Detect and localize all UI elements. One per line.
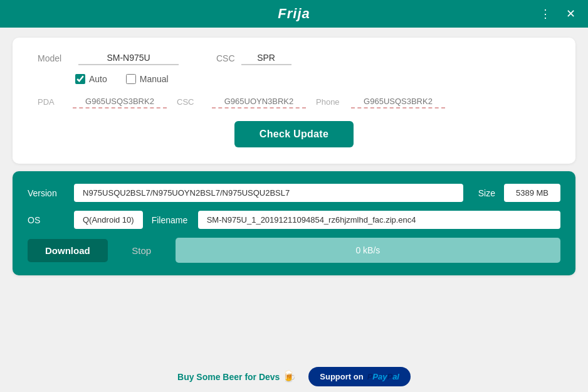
firmware-row: PDA CSC Phone bbox=[38, 95, 550, 109]
titlebar: Frija ⋮ ✕ bbox=[0, 0, 588, 28]
pda-input[interactable] bbox=[73, 95, 167, 109]
size-label: Size bbox=[478, 188, 495, 198]
beer-text: Buy Some Beer for Devs bbox=[177, 372, 280, 382]
model-input[interactable] bbox=[78, 51, 179, 65]
version-value: N975USQU2BSL7/N975UOYN2BSL7/N975USQU2BSL… bbox=[74, 184, 463, 202]
phone-label: Phone bbox=[316, 97, 341, 107]
beer-link[interactable]: Buy Some Beer for Devs 🍺 bbox=[177, 369, 296, 383]
check-update-button[interactable]: Check Update bbox=[234, 121, 354, 147]
paypal-logo: PPayPal bbox=[367, 372, 399, 381]
paypal-button[interactable]: Support on PPayPal bbox=[308, 367, 411, 386]
os-row: OS Q(Android 10) Filename SM-N975U_1_201… bbox=[28, 211, 560, 229]
footer: Buy Some Beer for Devs 🍺 Support on PPay… bbox=[0, 361, 588, 392]
main-content: Model CSC Auto Manual PDA CSC Phone bbox=[0, 28, 588, 361]
manual-label[interactable]: Manual bbox=[140, 74, 169, 84]
csc-group: CSC bbox=[216, 51, 291, 65]
stop-button[interactable]: Stop bbox=[117, 239, 167, 262]
close-button[interactable]: ✕ bbox=[560, 4, 580, 24]
auto-checkbox[interactable] bbox=[75, 74, 85, 84]
model-label: Model bbox=[38, 53, 66, 63]
auto-checkbox-group: Auto bbox=[75, 74, 107, 84]
os-value: Q(Android 10) bbox=[74, 211, 143, 229]
progress-bar: 0 kB/s bbox=[176, 238, 560, 263]
progress-text: 0 kB/s bbox=[355, 245, 380, 255]
manual-checkbox-group: Manual bbox=[126, 74, 169, 84]
beer-icon: 🍺 bbox=[282, 370, 296, 383]
filename-value: SM-N975U_1_20191211094854_rz6hjzmlhd_fac… bbox=[198, 211, 560, 229]
csc-label: CSC bbox=[216, 53, 235, 63]
paypal-support-text: Support on bbox=[320, 372, 363, 381]
filename-label: Filename bbox=[152, 215, 189, 225]
model-row: Model CSC bbox=[38, 51, 550, 65]
menu-button[interactable]: ⋮ bbox=[535, 4, 555, 24]
size-value: 5389 MB bbox=[504, 184, 560, 202]
csc-input[interactable] bbox=[241, 51, 291, 65]
manual-checkbox[interactable] bbox=[126, 74, 136, 84]
top-panel: Model CSC Auto Manual PDA CSC Phone bbox=[13, 38, 575, 164]
pda-label: PDA bbox=[38, 97, 63, 107]
app-title: Frija bbox=[278, 6, 310, 22]
checkbox-row: Auto Manual bbox=[75, 74, 550, 84]
window-controls: ⋮ ✕ bbox=[535, 4, 580, 24]
version-label: Version bbox=[28, 188, 65, 198]
action-row: Download Stop 0 kB/s bbox=[28, 238, 560, 263]
csc2-label: CSC bbox=[177, 97, 202, 107]
bottom-panel: Version N975USQU2BSL7/N975UOYN2BSL7/N975… bbox=[13, 171, 575, 275]
download-button[interactable]: Download bbox=[28, 239, 108, 262]
version-row: Version N975USQU2BSL7/N975UOYN2BSL7/N975… bbox=[28, 184, 560, 202]
csc2-input[interactable] bbox=[212, 95, 306, 109]
os-label: OS bbox=[28, 215, 65, 225]
phone-input[interactable] bbox=[351, 95, 445, 109]
auto-label[interactable]: Auto bbox=[89, 74, 107, 84]
